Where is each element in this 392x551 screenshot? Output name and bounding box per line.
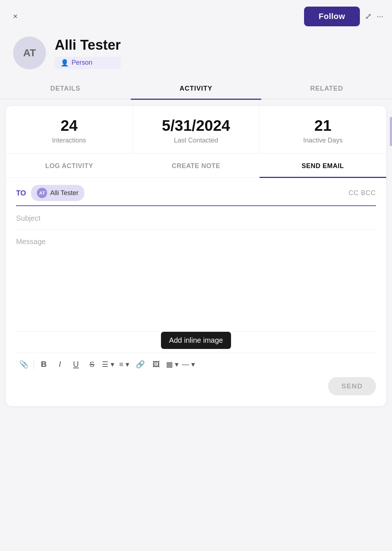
inactive-days-value: 21 [265,117,380,134]
formatting-toolbar: 📎 B I U S ☰ ▾ ≡ ▾ 🔗 🖼 ▦ ▾ — ▾ [16,353,376,374]
underline-button[interactable]: U [68,357,84,372]
last-contacted-value: 5/31/2024 [139,117,254,134]
close-button[interactable]: × [9,10,22,23]
image-button[interactable]: 🖼 [149,357,164,372]
link-button[interactable]: 🔗 [132,357,148,372]
email-form: TO AT Alli Tester CC BCC Subject Message… [6,178,386,406]
stat-last-contacted: 5/31/2024 Last Contacted [133,106,260,153]
tab-related[interactable]: RELATED [261,77,392,99]
stats-row: 24 Interactions 5/31/2024 Last Contacted… [6,106,386,153]
profile-name: Alli Tester [55,37,121,53]
follow-button[interactable]: Follow [304,7,360,26]
person-badge: 👤 Person [55,57,121,69]
bullet-list-button[interactable]: ☰ ▾ [100,357,116,372]
subtab-send-email[interactable]: SEND EMAIL [260,153,386,177]
message-row: Message [16,229,376,332]
subject-label[interactable]: Subject [16,214,41,222]
align-button[interactable]: — ▾ [181,357,196,372]
tooltip-container: Add inline image [16,332,376,349]
person-icon: 👤 [61,59,69,67]
expand-icon[interactable]: ⤢ [365,12,372,21]
top-bar: × Follow ⤢ ··· [0,0,392,33]
recipient-avatar: AT [37,188,47,198]
to-label: TO [16,189,26,197]
last-contacted-label: Last Contacted [139,137,254,144]
main-card: 24 Interactions 5/31/2024 Last Contacted… [6,106,386,406]
scrollbar[interactable] [390,117,392,146]
subject-row: Subject [16,206,376,229]
profile-section: AT Alli Tester 👤 Person [0,33,392,77]
interactions-label: Interactions [12,137,127,144]
attach-icon[interactable]: 📎 [16,357,31,372]
main-tabs: DETAILS ACTIVITY RELATED [0,77,392,99]
stat-inactive-days: 21 Inactive Days [260,106,386,153]
recipient-name: Alli Tester [50,189,78,197]
to-row: TO AT Alli Tester CC BCC [16,178,376,206]
send-button[interactable]: SEND [328,377,376,395]
profile-info: Alli Tester 👤 Person [55,37,121,69]
send-btn-row: SEND [16,374,376,399]
italic-button[interactable]: I [52,357,68,372]
message-label[interactable]: Message [16,238,46,246]
tab-details[interactable]: DETAILS [0,77,131,99]
inactive-days-label: Inactive Days [265,137,380,144]
avatar: AT [13,37,46,69]
numbered-list-button[interactable]: ≡ ▾ [116,357,132,372]
top-actions: Follow ⤢ ··· [304,7,383,26]
strikethrough-button[interactable]: S [84,357,100,372]
subtab-log-activity[interactable]: LOG ACTIVITY [6,153,132,177]
sub-tabs: LOG ACTIVITY CREATE NOTE SEND EMAIL [6,153,386,178]
more-options-icon[interactable]: ··· [377,12,383,21]
layout-button[interactable]: ▦ ▾ [165,357,180,372]
inline-image-tooltip: Add inline image [161,332,231,349]
bold-button[interactable]: B [36,357,51,372]
tab-activity[interactable]: ACTIVITY [131,77,261,99]
cc-bcc-buttons[interactable]: CC BCC [349,189,376,197]
subtab-create-note[interactable]: CREATE NOTE [132,153,259,177]
recipient-chip[interactable]: AT Alli Tester [31,185,84,201]
toolbar-separator [34,359,34,369]
stat-interactions: 24 Interactions [6,106,133,153]
interactions-value: 24 [12,117,127,134]
